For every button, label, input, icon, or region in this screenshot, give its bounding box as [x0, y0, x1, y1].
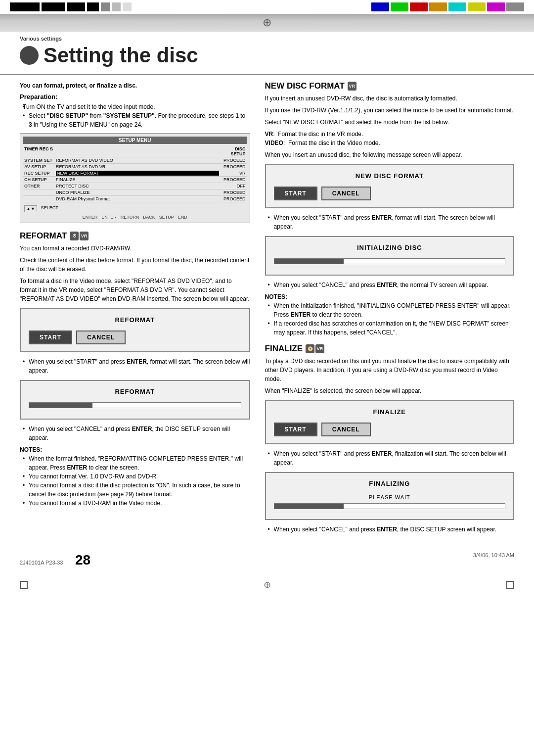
- new-disc-notes-heading: NOTES:: [265, 293, 514, 300]
- new-disc-screen2-title: INITIALIZING DISC: [274, 244, 505, 251]
- reformat-cancel-button[interactable]: CANCEL: [76, 331, 126, 344]
- new-disc-bullets-2: When you select "CANCEL" and press ENTER…: [265, 281, 514, 289]
- reformat-notes-list: When the format finished, "REFORMATTING …: [20, 454, 250, 508]
- reformat-notes-heading: NOTES:: [20, 446, 250, 453]
- color-red: [410, 2, 428, 11]
- setup-menu-row-5: OTHER PROTECT DISC OFF: [23, 183, 247, 189]
- intro-text: You can format, protect, or finalize a d…: [20, 81, 250, 90]
- page-title-area: Setting the disc: [0, 43, 534, 75]
- finalize-icon-badge: 📀 VR: [306, 344, 324, 353]
- vr-icon: VR: [80, 232, 89, 240]
- setup-menu-nav: ENTER ENTER RETURN BACK SETUP END: [23, 215, 247, 220]
- finalize-progress-bar: [274, 503, 505, 509]
- corner-mark-left: [20, 581, 28, 589]
- header-strip: ⊕: [0, 14, 534, 32]
- reformat-screen2-title: REFORMAT: [29, 388, 241, 395]
- main-content: You can format, protect, or finalize a d…: [0, 75, 534, 537]
- new-disc-screen1-title: NEW DISC FORMAT: [274, 172, 505, 180]
- finalize-cancel-button[interactable]: CANCEL: [321, 423, 371, 436]
- new-disc-screen-2: INITIALIZING DISC: [265, 236, 514, 276]
- setup-menu-arrows: ▲▼ SELECT: [23, 204, 247, 213]
- reformat-start-button[interactable]: START: [29, 331, 72, 344]
- finalize-start-button[interactable]: START: [274, 423, 317, 436]
- new-disc-bullets-1: When you select "START" and press ENTER,…: [265, 213, 514, 231]
- setup-menu-row-1: SYSTEM SET REFORMAT AS DVD VIDEO PROCEED: [23, 157, 247, 164]
- new-disc-screen1-buttons: START CANCEL: [274, 187, 505, 200]
- new-disc-body3: Select "NEW DISC FORMAT" and select the …: [265, 118, 514, 127]
- reformat-note-1: When the format finished, "REFORMATTING …: [23, 454, 250, 472]
- color-orange: [429, 2, 447, 11]
- finalize-bullets-1: When you select "START" and press ENTER,…: [265, 449, 514, 467]
- corner-mark-right: [506, 581, 514, 589]
- left-column: You can format, protect, or finalize a d…: [20, 75, 250, 537]
- prep-step-2: Select "DISC SETUP" from "SYSTEM SETUP".…: [23, 111, 250, 129]
- finalize-vr-icon: VR: [315, 344, 324, 353]
- reformat-note-3: You cannot format a disc if the disc pro…: [23, 481, 250, 499]
- page-title: Setting the disc: [20, 44, 514, 67]
- bottom-crosshair-icon: ⊕: [264, 579, 271, 590]
- preparation-list: Turn ON the TV and set it to the video i…: [20, 102, 250, 129]
- page-title-text: Setting the disc: [44, 44, 198, 67]
- vr-disc-icon: VR: [348, 82, 356, 91]
- reformat-screen1-title: REFORMAT: [29, 316, 241, 324]
- reformat-screen1-buttons: START CANCEL: [29, 331, 241, 344]
- new-disc-note-2: If a recorded disc has scratches or cont…: [268, 319, 514, 337]
- reformat-bullet1: When you select "START" and press ENTER,…: [23, 357, 250, 375]
- reformat-heading: REFORMAT ⏱ VR: [20, 231, 250, 241]
- new-disc-start-button[interactable]: START: [274, 187, 317, 200]
- finalize-body2: When "FINALIZE" is selected, the screen …: [265, 386, 514, 395]
- new-disc-notes-list: When the Initialization finished, "INITI…: [265, 301, 514, 337]
- new-disc-body1: If you insert an unused DVD-RW disc, the…: [265, 94, 514, 103]
- reformat-screen-2: REFORMAT: [20, 380, 250, 420]
- new-disc-format-heading: NEW DISC FORMAT VR: [265, 81, 514, 91]
- new-disc-progress-bar: [274, 258, 505, 264]
- footer-left: 2J40101A P23-33 28: [20, 552, 90, 568]
- reformat-screen-1: REFORMAT START CANCEL: [20, 308, 250, 352]
- footer-left-text: 2J40101A P23-33: [20, 560, 63, 566]
- reformat-body3: To format a disc in the Video mode, sele…: [20, 277, 250, 303]
- new-disc-note-1: When the Initialization finished, "INITI…: [268, 301, 514, 319]
- bottom-bar: ⊕: [0, 578, 534, 592]
- reformat-note-4: You cannot format a DVD-RAM in the Video…: [23, 499, 250, 508]
- bottom-crosshair-right: [271, 578, 534, 592]
- black-block-2: [42, 2, 65, 11]
- finalize-body1: To play a DVD disc recorded on this unit…: [265, 357, 514, 383]
- setup-menu-row-2: AV SETUP REFORMAT AS DVD VR PROCEED: [23, 164, 247, 170]
- new-disc-vr-text: VR: Format the disc in the VR mode. VIDE…: [265, 130, 514, 147]
- new-disc-progress-fill: [274, 259, 344, 264]
- new-disc-cancel-button[interactable]: CANCEL: [321, 187, 371, 200]
- gray-block-1: [101, 2, 110, 11]
- new-disc-screen-1: NEW DISC FORMAT START CANCEL: [265, 164, 514, 208]
- setup-menu-header-row: TIMER REC S DISC SETUP: [23, 146, 247, 157]
- crosshair-icon: ⊕: [263, 16, 271, 29]
- color-gray: [506, 2, 524, 11]
- new-disc-body2: If you use the DVD-RW (Ver.1.1/1.2), you…: [265, 106, 514, 115]
- setup-menu-row-7: DVD-RAM Physical Format PROCEED: [23, 196, 247, 202]
- footer: 2J40101A P23-33 28 3/4/06, 10:43 AM: [0, 547, 534, 573]
- finalize-bullet2: When you select "CANCEL" and press ENTER…: [268, 525, 514, 534]
- bottom-center: ⊕: [264, 578, 271, 592]
- reformat-icon-badge: ⏱ VR: [70, 232, 89, 240]
- section-label: Various settings: [0, 32, 534, 43]
- new-disc-body4: When you insert an unused disc, the foll…: [265, 150, 514, 159]
- finalize-screen-1: FINALIZE START CANCEL: [265, 400, 514, 444]
- color-magenta: [487, 2, 505, 11]
- dvd-icon: 📀: [306, 344, 314, 353]
- finalize-heading: FINALIZE 📀 VR: [265, 344, 514, 354]
- reformat-bullets-1: When you select "START" and press ENTER,…: [20, 357, 250, 375]
- color-yellow: [468, 2, 486, 11]
- finalize-screen-2: FINALIZING PLEASE WAIT: [265, 472, 514, 520]
- footer-right: 3/4/06, 10:43 AM: [473, 552, 514, 568]
- color-green: [391, 2, 408, 11]
- new-disc-bullet2: When you select "CANCEL" and press ENTER…: [268, 281, 514, 289]
- color-cyan: [448, 2, 466, 11]
- reformat-progress-fill: [29, 403, 92, 408]
- black-block-1: [10, 2, 40, 11]
- setup-menu-row-3: REC SETUP NEW DISC FORMAT VR: [23, 170, 247, 177]
- color-blue: [371, 2, 389, 11]
- finalize-screen2-line1: FINALIZING: [274, 480, 505, 487]
- reformat-note-2: You cannot format Ver. 1.0 DVD-RW and DV…: [23, 472, 250, 481]
- setup-menu-row-6: UNDO FINALIZE PROCEED: [23, 189, 247, 196]
- setup-menu-title: SETUP MENU: [23, 137, 247, 144]
- black-block-4: [87, 2, 99, 11]
